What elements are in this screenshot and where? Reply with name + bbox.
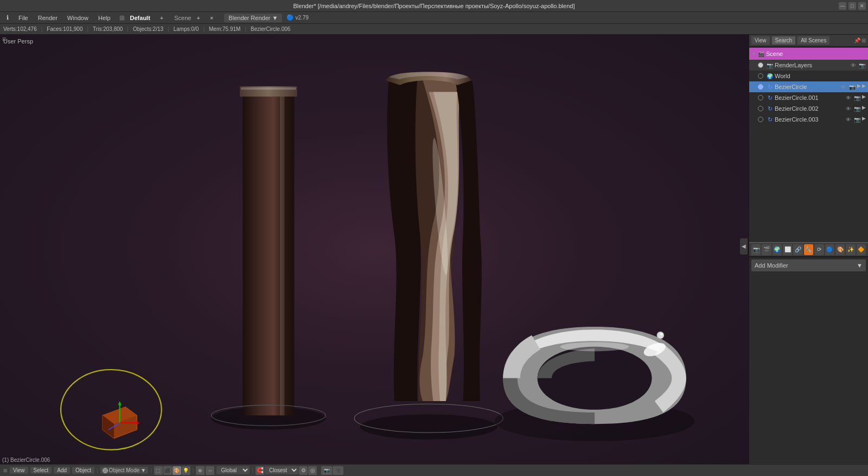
column-left-shine [280,92,284,415]
mode-selector[interactable]: Object Mode ▼ [100,467,149,474]
tree-item-bezier[interactable]: ↻ BezierCircle 👁 📷 ▶ ▶ [749,81,868,92]
bezier001-render[interactable]: 📷 [853,94,861,101]
prop-material-icon[interactable]: 🔵 [825,244,834,255]
tab-view[interactable]: View [751,36,770,45]
renderlayers-render[interactable]: 📷 [858,61,866,69]
render-engine-label: Blender Render [228,15,270,21]
column-left-top [240,86,297,97]
tree-item-bezier003[interactable]: ↻ BezierCircle.003 👁 📷 ▶ [749,114,868,125]
opengl-render-button[interactable]: 📷 [321,466,332,475]
prop-modifier-icon[interactable]: 🔧 [804,244,813,255]
prop-particle-icon[interactable]: ✨ [846,244,855,255]
menu-window[interactable]: Window [63,14,93,22]
prop-world-icon[interactable]: 🌍 [773,244,782,255]
prop-data-icon[interactable]: ⟳ [814,244,824,255]
mode-label: Object Mode [109,467,140,473]
menu-info-icon[interactable]: ℹ [2,13,13,22]
bezier-eye[interactable]: 👁 [840,83,847,91]
nav-gizmo[interactable] [61,370,162,450]
snap-mode-select[interactable]: Closest Center [265,466,298,474]
menu-file[interactable]: File [14,14,33,22]
menu-render[interactable]: Render [34,14,62,22]
prop-scene-icon[interactable]: 🎬 [762,244,771,255]
active-object-info: BezierCircle.006 [251,26,290,32]
tree-item-renderlayers[interactable]: 📷 RenderLayers 👁 📷 [749,60,868,71]
expand-scene-arrow[interactable]: ▼ [751,51,756,56]
bezier-arrow[interactable]: ▶ [857,83,861,91]
panel-expand-icon[interactable]: ⊞ [861,37,866,43]
svg-point-4 [657,332,664,339]
opengl-anim-button[interactable]: 🎥 [333,466,343,475]
scene-tree[interactable]: ▼ 🎬 Scene 📷 RenderLayers 👁 📷 🌍 World [749,47,868,240]
maximize-button[interactable]: □ [848,2,856,10]
workspace-icon: ⊞ [119,14,125,22]
manipulator-button[interactable]: ↔ [206,466,214,475]
prop-constraints-icon[interactable]: 🔗 [793,244,802,255]
bottom-bar: ⊞ View Select Add Object | Object Mode ▼… [0,464,868,476]
bezier002-render[interactable]: 📷 [853,105,861,112]
bezier002-eye[interactable]: 👁 [845,105,852,112]
scene-label: Scene [766,50,783,57]
bezier-dot[interactable] [758,84,763,90]
add-modifier-button[interactable]: Add Modifier ▼ [751,259,866,271]
bezier001-label: BezierCircle.001 [775,94,844,101]
bottom-select-button[interactable]: Select [30,467,52,474]
pivot-button[interactable]: ⊕ [196,466,205,475]
shading-render-button[interactable]: 💡 [182,466,190,475]
prop-object-icon[interactable]: ⬜ [783,244,792,255]
bottom-corner-icon[interactable]: ⊞ [3,468,8,473]
shading-wire-button[interactable]: ⬚ [154,466,163,475]
snap-toggle-button[interactable]: 🧲 [256,466,264,475]
tree-item-bezier001[interactable]: ↻ BezierCircle.001 👁 📷 ▶ [749,92,868,103]
panel-pin-icon[interactable]: 📌 [854,37,860,43]
close-scene-button[interactable]: × [206,14,218,22]
bottom-view-button[interactable]: View [10,467,28,474]
add-workspace-button[interactable]: + [156,14,168,22]
bezier001-dot[interactable] [758,95,763,100]
add-scene-button[interactable]: + [192,14,204,22]
render-engine-select[interactable]: Blender Render ▼ [224,14,282,22]
bottom-add-button[interactable]: Add [54,467,70,474]
bezier-render[interactable]: 📷 [848,83,856,91]
mode-icon [103,468,108,473]
panel-tab-bar: View Search All Scenes 📌 ⊞ [749,35,868,47]
bezier-vis: 👁 📷 ▶ ▶ [840,83,866,91]
panel-collapse-button[interactable]: ◀ [740,238,748,255]
svg-point-1 [494,401,694,441]
bezier001-eye[interactable]: 👁 [845,94,852,101]
bezier003-eye[interactable]: 👁 [845,116,852,123]
viewport-3d[interactable]: ⊞ User Persp [0,35,749,464]
prop-texture-icon[interactable]: 🎨 [835,244,845,255]
proportional-edit-button[interactable]: ◎ [308,466,317,475]
prop-render-icon[interactable]: 📷 [751,244,761,255]
menu-help[interactable]: Help [94,14,115,22]
minimize-button[interactable]: — [839,2,846,10]
shading-texture-button[interactable]: 🎨 [173,466,181,475]
window-title: Blender* [/media/andrey/Files/blender/Пр… [293,3,575,9]
bezier001-arrow: ▶ [862,94,866,101]
bottom-object-button[interactable]: Object [72,467,94,474]
tree-item-bezier002[interactable]: ↻ BezierCircle.002 👁 📷 ▶ [749,103,868,114]
shading-solid-button[interactable]: ⬛ [163,466,172,475]
world-dot[interactable] [758,73,763,79]
scene-type-icon: 🎬 [757,50,765,58]
tree-item-scene[interactable]: ▼ 🎬 Scene [749,48,868,60]
prop-physics-icon[interactable]: 🔶 [857,244,866,255]
objects-info: Objects:2/13 [133,26,163,32]
bezier003-dot[interactable] [758,117,763,122]
bezier003-render[interactable]: 📷 [853,116,861,123]
lamps-info: Lamps:0/0 [174,26,199,32]
transform-space-select[interactable]: Global Local Normal [216,466,250,474]
tab-search[interactable]: Search [772,36,796,45]
renderlayers-dot[interactable] [758,62,763,68]
bezier002-dot[interactable] [758,106,763,111]
tab-all-scenes[interactable]: All Scenes [797,36,829,45]
window-controls[interactable]: — □ ✕ [839,2,866,10]
renderlayers-eye[interactable]: 👁 [850,61,857,69]
workspace-name[interactable]: Default [126,14,155,22]
close-button[interactable]: ✕ [858,2,866,10]
tree-item-world[interactable]: 🌍 World [749,71,868,81]
title-bar: Blender* [/media/andrey/Files/blender/Пр… [0,0,868,12]
viewport-corner[interactable]: ⊞ [0,35,9,43]
snap-extra-button[interactable]: ⚙ [299,466,308,475]
